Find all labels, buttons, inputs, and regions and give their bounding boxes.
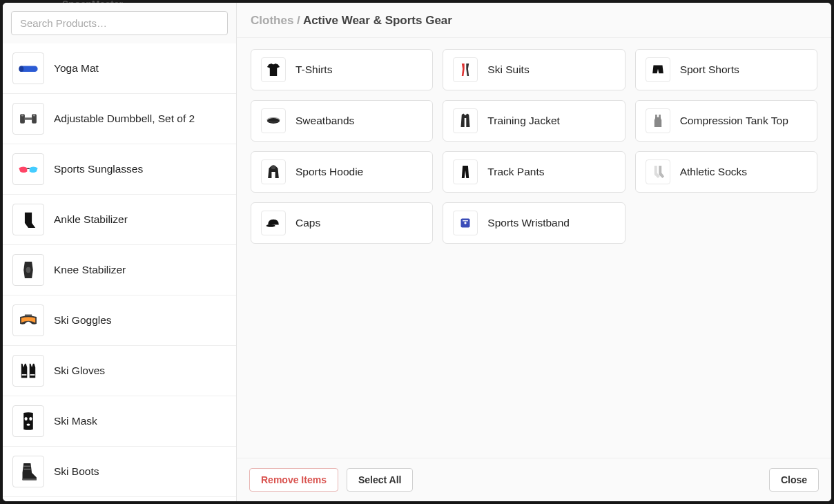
main-panel: Clothes / Active Wear & Sports Gear T-Sh…: [237, 3, 831, 501]
tshirt-icon: [261, 57, 286, 82]
svg-rect-4: [25, 117, 32, 119]
svg-point-18: [267, 118, 280, 124]
sidebar-item-label: Ski Boots: [54, 465, 99, 478]
product-card[interactable]: Ski Suits: [443, 49, 625, 90]
sidebar-item-label: Knee Stabilizer: [54, 264, 126, 276]
product-card-label: Training Jacket: [487, 115, 560, 127]
yoga-mat-icon: [12, 52, 44, 84]
product-card[interactable]: Caps: [251, 202, 433, 244]
sweatband-icon: [261, 108, 286, 133]
sidebar-item-label: Ski Mask: [54, 415, 97, 427]
sidebar-item-label: Adjustable Dumbbell, Set of 2: [54, 113, 195, 125]
sidebar-item-label: Yoga Mat: [54, 62, 99, 75]
dumbbell-icon: [12, 103, 44, 135]
product-grid: T-ShirtsSki SuitsSport ShortsSweatbandsT…: [251, 49, 817, 244]
product-card-label: Sports Wristband: [487, 217, 570, 229]
sidebar-item-label: Ankle Stabilizer: [54, 213, 128, 226]
knee-brace-icon: [12, 254, 44, 286]
product-picker-modal: Yoga MatAdjustable Dumbbell, Set of 2Spo…: [3, 3, 831, 501]
product-card[interactable]: Sport Shorts: [635, 49, 817, 90]
sidebar-item[interactable]: Ski Mask: [3, 396, 236, 447]
sidebar-item-label: Ski Gloves: [54, 365, 105, 377]
select-all-button[interactable]: Select All: [347, 468, 414, 492]
remove-items-button[interactable]: Remove Items: [249, 468, 338, 492]
ankle-brace-icon: [12, 204, 44, 235]
ski-boots-icon: [12, 456, 44, 487]
ski-gloves-icon: [12, 355, 44, 387]
svg-rect-9: [25, 315, 32, 317]
breadcrumb-parent[interactable]: Clothes /: [251, 14, 303, 27]
product-card[interactable]: Sports Wristband: [443, 202, 625, 244]
product-card-label: Athletic Socks: [680, 166, 747, 178]
sidebar-item[interactable]: Adjustable Dumbbell, Set of 2: [3, 94, 236, 144]
sunglasses-icon: [12, 153, 44, 185]
tank-top-icon: [646, 108, 670, 133]
sidebar-item[interactable]: Ski Gloves: [3, 346, 236, 396]
sidebar-item[interactable]: Yoga Mat: [3, 43, 236, 94]
search-wrap: [3, 3, 236, 43]
search-input[interactable]: [11, 11, 228, 35]
sidebar-item[interactable]: Ski Boots: [3, 447, 236, 497]
hoodie-icon: [261, 159, 286, 184]
sidebar-item[interactable]: Ski Goggles: [3, 295, 236, 346]
product-card[interactable]: Sports Hoodie: [251, 151, 433, 193]
svg-point-14: [26, 423, 30, 425]
svg-rect-15: [23, 466, 30, 467]
sidebar-item-label: Ski Goggles: [54, 314, 112, 327]
sidebar-item-label: Sports Sunglasses: [54, 163, 143, 175]
close-button[interactable]: Close: [769, 468, 819, 492]
ski-goggles-icon: [12, 304, 44, 336]
product-card[interactable]: Track Pants: [443, 151, 625, 193]
product-card-label: Caps: [295, 217, 320, 229]
product-card-label: Compression Tank Top: [680, 115, 788, 127]
product-card-label: Sport Shorts: [680, 64, 739, 76]
socks-icon: [646, 159, 670, 184]
ski-suit-icon: [453, 57, 478, 82]
sidebar-list[interactable]: Yoga MatAdjustable Dumbbell, Set of 2Spo…: [3, 43, 236, 501]
svg-point-1: [19, 66, 23, 72]
svg-point-6: [33, 114, 35, 116]
product-card[interactable]: T-Shirts: [251, 49, 433, 90]
sidebar-item[interactable]: Ankle Stabilizer: [3, 195, 236, 245]
sidebar-item[interactable]: Knee Stabilizer: [3, 245, 236, 295]
svg-rect-11: [30, 374, 35, 376]
svg-rect-10: [22, 374, 27, 376]
track-pants-icon: [453, 159, 478, 184]
grid-wrap: T-ShirtsSki SuitsSport ShortsSweatbandsT…: [237, 38, 831, 458]
breadcrumb-current: Active Wear & Sports Gear: [303, 14, 452, 27]
product-card[interactable]: Compression Tank Top: [635, 100, 817, 142]
product-card-label: T-Shirts: [295, 64, 332, 76]
svg-rect-16: [23, 469, 30, 470]
product-card-label: Sports Hoodie: [295, 166, 363, 178]
ski-mask-icon: [12, 405, 44, 437]
svg-point-5: [21, 114, 23, 116]
svg-point-21: [266, 224, 275, 227]
footer: Remove Items Select All Close: [237, 458, 831, 501]
sidebar-item[interactable]: Sports Sunglasses: [3, 144, 236, 195]
svg-rect-17: [23, 478, 37, 481]
svg-point-8: [26, 267, 31, 273]
svg-point-20: [271, 166, 276, 169]
svg-rect-23: [463, 220, 468, 221]
product-card[interactable]: Athletic Socks: [635, 151, 817, 193]
product-card[interactable]: Training Jacket: [443, 100, 625, 142]
svg-point-12: [24, 417, 27, 420]
product-card[interactable]: Sweatbands: [251, 100, 433, 142]
product-card-label: Sweatbands: [295, 115, 354, 127]
wristband-icon: [453, 211, 478, 235]
svg-point-13: [29, 417, 32, 420]
sidebar: Yoga MatAdjustable Dumbbell, Set of 2Spo…: [3, 3, 237, 501]
jacket-icon: [453, 108, 478, 133]
cap-icon: [261, 211, 286, 235]
svg-rect-7: [27, 168, 29, 169]
breadcrumb: Clothes / Active Wear & Sports Gear: [237, 3, 831, 38]
product-card-label: Track Pants: [487, 166, 544, 178]
shorts-icon: [646, 57, 670, 82]
product-card-label: Ski Suits: [487, 64, 529, 76]
